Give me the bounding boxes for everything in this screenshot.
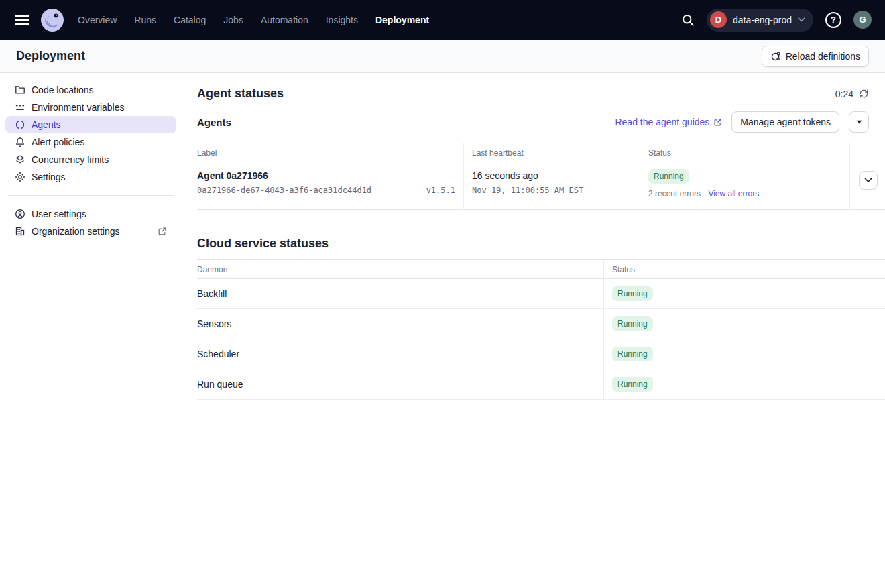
sidebar-item-agents[interactable]: Agents [5,116,176,133]
deployment-name: data-eng-prod [733,15,792,25]
search-button[interactable] [678,11,697,30]
main-content: Agent statuses 0:24 Agents Read the agen… [182,73,885,588]
reload-definitions-label: Reload definitions [786,51,860,62]
chevron-down-icon [798,17,805,22]
daemon-row-sensors: Sensors [197,309,604,339]
sidebar-item-settings[interactable]: Settings [5,168,176,186]
sidebar-item-label: User settings [32,209,86,219]
reload-definitions-button[interactable]: Reload definitions [762,46,869,67]
page-header: Deployment Reload definitions [0,40,885,73]
sidebar-item-user-settings[interactable]: User settings [5,205,176,223]
deployment-switcher[interactable]: D data-eng-prod [707,9,813,32]
code-location-icon [770,51,781,62]
agents-table: Label Last heartbeat Status Agent 0a2719… [197,143,885,210]
dagster-logo[interactable] [40,8,64,32]
page-title: Deployment [16,49,85,63]
agents-icon [15,119,25,130]
hamburger-icon [15,15,30,25]
agent-row-expander-cell [850,162,885,210]
heartbeat-relative: 16 seconds ago [472,162,640,181]
status-badge: Running [612,377,653,392]
caret-down-icon [856,120,862,124]
agents-subheader: Agents Read the agent guides Manage agen… [197,111,885,133]
nav-item-catalog[interactable]: Catalog [174,15,206,25]
status-badge: Running [648,169,689,184]
daemon-row-run-queue: Run queue [197,369,604,400]
status-badge: Running [612,316,653,331]
external-link-icon [713,118,722,127]
daemon-row-scheduler: Scheduler [197,339,604,369]
menu-button[interactable] [11,11,34,30]
sidebar-item-label: Environment variables [32,102,125,113]
sidebar-item-label: Organization settings [32,226,120,237]
sidebar-item-code-locations[interactable]: Code locations [5,81,176,99]
user-avatar[interactable]: G [853,11,872,29]
sidebar-item-label: Agents [32,119,61,130]
folder-icon [15,84,25,95]
user-icon [15,209,25,219]
status-badge: Running [612,286,653,301]
nav-item-deployment[interactable]: Deployment [375,15,429,25]
sidebar-item-label: Concurrency limits [32,154,109,165]
daemon-status-cell: Running [604,279,885,309]
refresh-countdown: 0:24 [835,89,853,99]
deployment-sidebar: Code locations Environment variables Age… [0,73,182,588]
agents-more-actions-button[interactable] [849,111,869,133]
daemon-status-cell: Running [604,309,885,339]
env-vars-icon [15,102,25,113]
help-button[interactable] [823,9,844,31]
sidebar-item-label: Alert policies [32,137,84,148]
search-icon [681,13,695,27]
deployment-initial-badge: D [710,11,727,28]
column-header-daemon: Daemon [197,260,604,279]
recent-errors-count: 2 recent errors [648,189,701,198]
column-header-status: Status [640,143,850,162]
gear-icon [15,172,25,182]
building-icon [15,226,25,237]
view-all-errors-link[interactable]: View all errors [708,189,759,198]
help-icon [825,12,841,28]
agents-section-label: Agents [197,117,231,128]
daemon-status-cell: Running [604,339,885,369]
nav-item-runs[interactable]: Runs [134,15,156,25]
manage-agent-tokens-button[interactable]: Manage agent tokens [731,111,839,133]
agent-statuses-title: Agent statuses [197,86,284,101]
layers-icon [15,154,25,165]
dagster-octopus-icon [40,8,64,32]
sidebar-item-label: Settings [32,172,66,182]
sidebar-item-organization-settings[interactable]: Organization settings [5,223,176,240]
refresh-button[interactable] [859,89,869,99]
agent-version: v1.5.1 [426,186,455,195]
expand-agent-row-button[interactable] [859,171,878,190]
nav-item-overview[interactable]: Overview [78,15,117,25]
sidebar-item-label: Code locations [32,84,94,95]
agents-actions: Read the agent guides Manage agent token… [615,111,869,133]
chevron-down-icon [864,178,872,183]
agent-statuses-header: Agent statuses 0:24 [197,86,885,101]
heartbeat-timestamp: Nov 19, 11:00:55 AM EST [472,186,640,195]
agent-row-label-cell: Agent 0a271966 0a271966-de67-4043-a3f6-a… [197,162,464,210]
primary-nav: Overview Runs Catalog Jobs Automation In… [78,15,429,25]
nav-item-automation[interactable]: Automation [261,15,308,25]
agent-name: Agent 0a271966 [197,162,463,181]
top-nav: Overview Runs Catalog Jobs Automation In… [0,0,885,40]
nav-item-jobs[interactable]: Jobs [223,15,243,25]
agent-guides-link[interactable]: Read the agent guides [615,117,722,127]
sidebar-item-concurrency-limits[interactable]: Concurrency limits [5,151,176,168]
sidebar-item-alert-policies[interactable]: Alert policies [5,133,176,151]
agent-row-status-cell: Running 2 recent errors View all errors [640,162,850,210]
refresh-area: 0:24 [835,89,869,99]
cloud-services-table: Daemon Status Backfill Running Sensors R… [197,259,885,400]
refresh-icon [859,89,869,99]
cloud-service-statuses-title: Cloud service statuses [197,237,885,251]
daemon-row-backfill: Backfill [197,279,604,309]
sidebar-item-environment-variables[interactable]: Environment variables [5,99,176,116]
column-header-status: Status [604,260,885,279]
bell-icon [15,137,25,148]
nav-item-insights[interactable]: Insights [326,15,358,25]
agent-id: 0a271966-de67-4043-a3f6-aca31dc44d1d [197,186,371,195]
status-badge: Running [612,347,653,361]
external-link-icon [158,227,167,236]
daemon-status-cell: Running [604,369,885,400]
column-header-expand [850,143,885,162]
